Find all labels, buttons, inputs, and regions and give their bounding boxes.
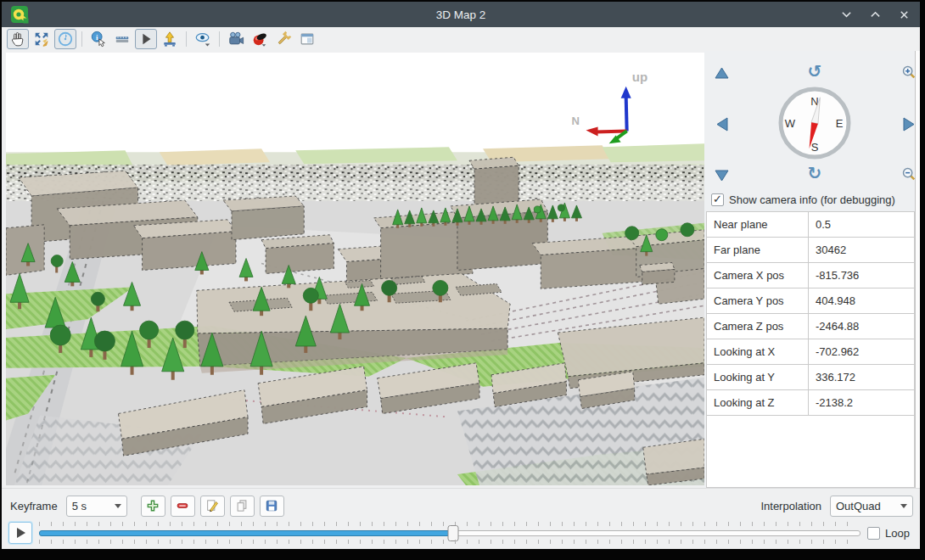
table-row: Camera Y pos 404.948 — [707, 288, 915, 314]
configure-button[interactable] — [272, 29, 294, 49]
toolbar-separator — [81, 31, 82, 47]
rotate-cw-icon: ↻ — [808, 165, 822, 182]
on-screen-notification-clock-icon — [57, 31, 74, 48]
row-label: Looking at X — [707, 339, 809, 365]
chevron-down-icon — [900, 504, 907, 508]
move-right-button[interactable] — [900, 115, 917, 132]
up-triangle-icon — [715, 66, 729, 81]
navigation-widget: ↺ ↻ — [706, 51, 915, 192]
duplicate-keyframe-button[interactable] — [230, 496, 255, 517]
zoom-in-icon — [901, 64, 916, 79]
titlebar: 3D Map 2 — [2, 2, 920, 27]
zoom-out-button[interactable] — [900, 165, 917, 182]
identify-info-icon: i — [90, 31, 107, 48]
gizmo-north-label: N — [571, 115, 579, 128]
animations-button[interactable] — [135, 29, 157, 49]
remove-keyframe-button[interactable] — [171, 496, 195, 517]
main-area: up N — [2, 51, 920, 488]
export-camera-button[interactable] — [225, 29, 247, 49]
table-row: Camera Z pos -2464.88 — [707, 314, 915, 339]
export-camera-icon — [227, 31, 244, 48]
compass[interactable]: N E S W — [778, 87, 851, 160]
window-title: 3D Map 2 — [2, 8, 920, 21]
compass-w-label: W — [785, 117, 796, 130]
compass-e-label: E — [836, 117, 844, 130]
row-label: Far plane — [707, 238, 809, 263]
add-keyframe-button[interactable] — [141, 496, 165, 517]
qgis-3d-map-window: 3D Map 2 — [2, 2, 920, 549]
zoom-full-button[interactable] — [31, 29, 53, 49]
rotate-cw-button[interactable]: ↻ — [806, 165, 823, 182]
edit-keyframe-button[interactable] — [200, 496, 225, 517]
timeline-ticks — [39, 540, 849, 544]
save-floppy-icon — [264, 498, 279, 513]
notification-clock-button[interactable] — [54, 29, 76, 49]
move-left-button[interactable] — [713, 115, 730, 132]
keyframe-duration-select[interactable]: 5 s — [66, 496, 127, 517]
rotate-ccw-icon: ↺ — [808, 63, 822, 80]
interpolation-label: Interpolation — [760, 500, 821, 512]
identify-button[interactable]: i — [87, 29, 109, 49]
row-value: 336.172 — [809, 365, 915, 390]
table-row: Near plane 0.5 — [707, 212, 915, 238]
3d-scene: up N — [6, 53, 704, 485]
interpolation-value: OutQuad — [836, 500, 895, 512]
close-button[interactable] — [896, 7, 911, 22]
loop-label: Loop — [885, 527, 910, 540]
maximize-button[interactable] — [867, 7, 883, 22]
row-label: Camera Y pos — [707, 288, 809, 314]
plus-icon — [145, 498, 160, 513]
toolbar-separator — [186, 31, 187, 47]
table-empty-area — [706, 416, 915, 488]
configure-wrench-icon — [275, 31, 292, 48]
zoom-in-button[interactable] — [900, 63, 917, 80]
loop-toggle[interactable]: Loop — [867, 527, 913, 540]
table-row: Camera X pos -815.736 — [707, 263, 915, 288]
animation-bar: Keyframe 5 s — [2, 488, 920, 549]
timeline-ticks — [39, 522, 849, 526]
measure-line-button[interactable] — [111, 29, 133, 49]
gizmo-up-label: up — [632, 70, 648, 84]
row-label: Camera Z pos — [707, 314, 809, 339]
zoom-full-icon — [33, 31, 50, 48]
interpolation-select[interactable]: OutQuad — [830, 496, 913, 517]
dock-panel-icon — [299, 31, 316, 48]
timeline-rest — [453, 530, 861, 536]
camera-info-toggle[interactable]: Show camera info (for debugging) — [706, 192, 915, 211]
3d-viewport[interactable]: up N — [6, 53, 704, 485]
row-value: 404.948 — [809, 288, 915, 314]
screen: 3D Map 2 — [0, 0, 925, 560]
play-animation-button[interactable] — [8, 522, 32, 544]
loop-checkbox[interactable] — [867, 527, 880, 540]
tilt-up-button[interactable] — [713, 64, 730, 81]
row-label: Looking at Y — [707, 365, 809, 390]
pan-camera-button[interactable] — [7, 29, 29, 49]
elevation-button[interactable] — [159, 29, 181, 49]
camera-info-checkbox[interactable] — [711, 193, 724, 206]
timeline-row: Loop — [8, 520, 913, 546]
save-animation-button[interactable] — [260, 496, 284, 517]
timeline-slider[interactable] — [39, 522, 861, 544]
toolbar: i — [2, 27, 920, 51]
table-row: Looking at X -702.962 — [707, 339, 915, 365]
chevron-down-icon — [115, 504, 121, 508]
row-value: -702.962 — [809, 339, 915, 365]
row-value: -2464.88 — [809, 314, 915, 339]
play-icon — [17, 528, 25, 538]
down-triangle-icon — [715, 168, 729, 182]
table-row: Looking at Z -2138.2 — [707, 390, 915, 416]
row-value: 0.5 — [809, 212, 915, 238]
row-label: Looking at Z — [707, 390, 809, 416]
effects-button[interactable] — [249, 29, 271, 49]
zoom-out-icon — [901, 166, 916, 181]
compass-s-label: S — [811, 141, 819, 154]
minimize-button[interactable] — [838, 7, 854, 22]
view-presets-button[interactable] — [192, 29, 214, 49]
timeline-fill — [39, 530, 453, 536]
tilt-down-button[interactable] — [713, 166, 730, 183]
toolbar-separator — [219, 31, 220, 47]
dock-button[interactable] — [296, 29, 318, 49]
minus-icon — [175, 498, 190, 513]
rotate-ccw-button[interactable]: ↺ — [806, 63, 823, 80]
edit-pencil-icon — [205, 498, 220, 513]
